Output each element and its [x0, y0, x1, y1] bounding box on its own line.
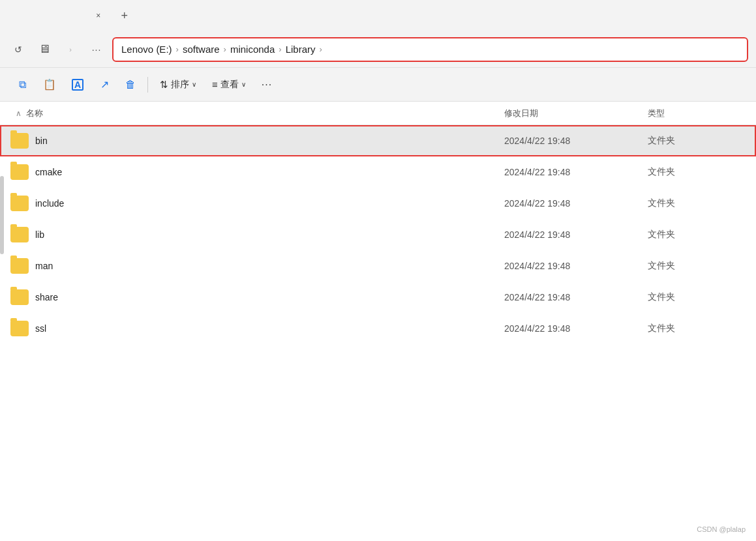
- toolbar: ⧉ 📋 A ↗ 🗑 ⇅ 排序 ∨ ≡ 查看 ∨ ···: [0, 68, 756, 102]
- view-icon: ≡: [212, 79, 218, 90]
- table-row[interactable]: lib 2024/4/22 19:48 文件夹: [0, 219, 756, 250]
- folder-icon: [10, 133, 29, 149]
- file-list-area: ∧ 名称 修改日期 类型 bin 2024/4/22 19:48 文件夹 cma…: [0, 102, 756, 541]
- breadcrumb-miniconda[interactable]: miniconda: [230, 44, 275, 55]
- rename-icon: A: [72, 79, 83, 91]
- file-name: include: [35, 198, 504, 209]
- nav-forward-button[interactable]: ›: [60, 39, 81, 60]
- share-button[interactable]: ↗: [93, 73, 116, 96]
- more-options-button[interactable]: ···: [255, 73, 279, 96]
- file-type: 文件夹: [648, 229, 746, 241]
- view-label: 查看: [220, 79, 239, 91]
- view-button[interactable]: ≡ 查看 ∨: [205, 73, 252, 96]
- file-name: ssl: [35, 323, 504, 334]
- more-icon: ···: [262, 79, 272, 91]
- watermark: CSDN @plalap: [697, 525, 746, 533]
- table-row[interactable]: man 2024/4/22 19:48 文件夹: [0, 250, 756, 282]
- sort-button[interactable]: ⇅ 排序 ∨: [153, 73, 203, 96]
- table-row[interactable]: cmake 2024/4/22 19:48 文件夹: [0, 156, 756, 188]
- breadcrumb-lenovo[interactable]: Lenovo (E:): [121, 44, 172, 55]
- file-date: 2024/4/22 19:48: [504, 261, 648, 271]
- file-list-header: ∧ 名称 修改日期 类型: [0, 102, 756, 125]
- trash-icon: 🗑: [125, 79, 136, 91]
- new-tab-button[interactable]: +: [115, 7, 134, 25]
- file-date: 2024/4/22 19:48: [504, 323, 648, 334]
- file-type: 文件夹: [648, 135, 746, 147]
- breadcrumb-library[interactable]: Library: [286, 44, 316, 55]
- folder-icon: [10, 227, 29, 242]
- file-name: cmake: [35, 167, 504, 177]
- file-name: share: [35, 292, 504, 302]
- share-icon: ↗: [100, 78, 109, 91]
- address-bar[interactable]: Lenovo (E:) › software › miniconda › Lib…: [112, 37, 748, 62]
- file-type: 文件夹: [648, 323, 746, 334]
- file-date: 2024/4/22 19:48: [504, 229, 648, 240]
- table-row[interactable]: ssl 2024/4/22 19:48 文件夹: [0, 313, 756, 344]
- refresh-icon: ↺: [14, 44, 22, 55]
- column-date-header: 修改日期: [504, 108, 648, 119]
- folder-icon: [10, 321, 29, 336]
- toolbar-divider: [147, 77, 148, 93]
- folder-icon: [10, 289, 29, 305]
- sep1: ›: [176, 44, 179, 54]
- sort-icon: ⇅: [160, 79, 168, 91]
- nav-more-button[interactable]: ···: [86, 39, 107, 60]
- sep2: ›: [224, 44, 226, 54]
- clipboard-icon: 📋: [43, 78, 56, 91]
- sort-chevron-icon: ∨: [192, 81, 196, 88]
- copy-path-icon: ⧉: [19, 79, 26, 91]
- breadcrumb-software[interactable]: software: [183, 44, 220, 55]
- folder-icon: [10, 196, 29, 211]
- chevron-right-icon: ›: [69, 46, 72, 53]
- folder-icon: [10, 258, 29, 274]
- file-name: bin: [35, 136, 504, 146]
- sort-label: 排序: [171, 79, 189, 91]
- view-chevron-icon: ∨: [241, 81, 246, 88]
- scrollbar[interactable]: [0, 176, 4, 254]
- sep4: ›: [320, 44, 322, 54]
- file-type: 文件夹: [648, 166, 746, 178]
- file-date: 2024/4/22 19:48: [504, 292, 648, 302]
- file-date: 2024/4/22 19:48: [504, 136, 648, 146]
- close-icon: ×: [96, 11, 100, 20]
- ellipsis-icon: ···: [92, 44, 102, 55]
- file-type: 文件夹: [648, 260, 746, 272]
- sort-arrow: ∧: [10, 109, 26, 118]
- file-name: man: [35, 261, 504, 271]
- file-date: 2024/4/22 19:48: [504, 167, 648, 177]
- table-row[interactable]: share 2024/4/22 19:48 文件夹: [0, 282, 756, 313]
- rename-button[interactable]: A: [65, 73, 90, 96]
- copy-path-button[interactable]: ⧉: [10, 73, 34, 96]
- file-rows-container: bin 2024/4/22 19:48 文件夹 cmake 2024/4/22 …: [0, 125, 756, 344]
- plus-icon: +: [121, 9, 129, 23]
- file-type: 文件夹: [648, 291, 746, 303]
- clipboard-button[interactable]: 📋: [37, 73, 63, 96]
- table-row[interactable]: bin 2024/4/22 19:48 文件夹: [0, 125, 756, 156]
- tab-close-button[interactable]: ×: [89, 7, 108, 25]
- address-bar-row: ↺ 🖥 › ··· Lenovo (E:) › software › minic…: [0, 31, 756, 68]
- file-type: 文件夹: [648, 197, 746, 209]
- file-name: lib: [35, 229, 504, 240]
- sep3: ›: [279, 44, 281, 54]
- file-date: 2024/4/22 19:48: [504, 198, 648, 209]
- column-name-header: 名称: [26, 108, 504, 119]
- delete-button[interactable]: 🗑: [119, 73, 142, 96]
- column-type-header: 类型: [648, 108, 746, 119]
- refresh-button[interactable]: ↺: [8, 39, 29, 60]
- table-row[interactable]: include 2024/4/22 19:48 文件夹: [0, 188, 756, 219]
- computer-icon-btn[interactable]: 🖥: [34, 39, 55, 60]
- folder-icon: [10, 164, 29, 180]
